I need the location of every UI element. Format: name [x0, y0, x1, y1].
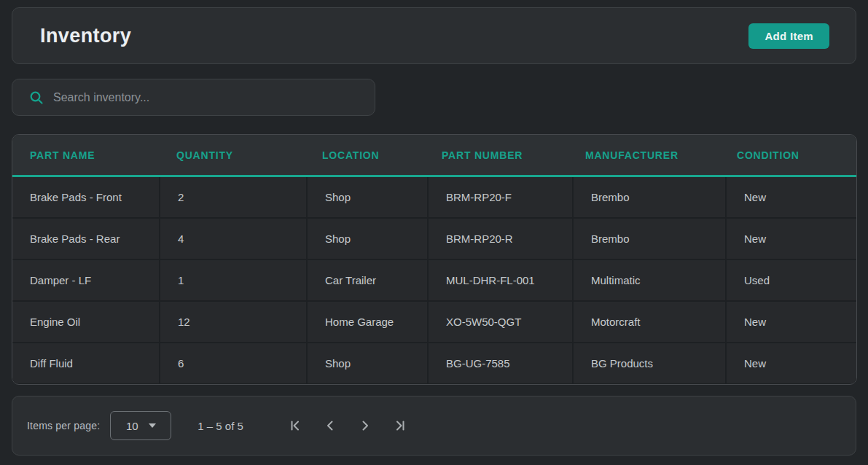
search-bar: [12, 79, 375, 116]
table-cell: Brembo: [574, 177, 725, 217]
table-header-row: PART NAME QUANTITY LOCATION PART NUMBER …: [12, 135, 856, 177]
pagination-bar: Items per page: 10 1 – 5 of 5: [12, 396, 856, 456]
table-cell: New: [727, 343, 856, 383]
table-cell: New: [727, 177, 856, 217]
column-header-condition: CONDITION: [719, 135, 856, 175]
table-cell: 2: [160, 177, 306, 217]
table-cell: XO-5W50-QGT: [429, 302, 572, 342]
chevron-down-icon: [149, 423, 156, 428]
table-cell: 4: [160, 219, 306, 259]
table-cell: Used: [727, 260, 856, 300]
column-header-location: LOCATION: [305, 135, 424, 175]
chevron-left-icon: [323, 418, 337, 433]
table-cell: Shop: [308, 219, 427, 259]
table-cell: BG-UG-7585: [429, 343, 572, 383]
header-card: Inventory Add Item: [12, 7, 856, 64]
table-cell: Home Garage: [308, 302, 427, 342]
table-cell: Engine Oil: [12, 302, 159, 342]
search-input[interactable]: [53, 91, 375, 104]
search-icon: [28, 90, 44, 106]
page-range-label: 1 – 5 of 5: [198, 420, 262, 432]
column-header-quantity: QUANTITY: [159, 135, 305, 175]
table-cell: BRM-RP20-F: [429, 177, 572, 217]
table-cell: Brembo: [574, 219, 725, 259]
add-item-button[interactable]: Add Item: [748, 23, 829, 49]
chevron-right-icon: [358, 418, 372, 433]
previous-page-button[interactable]: [313, 411, 348, 440]
table-cell: 12: [160, 302, 306, 342]
inventory-table: PART NAME QUANTITY LOCATION PART NUMBER …: [12, 134, 857, 385]
table-cell: Shop: [308, 177, 427, 217]
table-cell: 1: [160, 260, 306, 300]
column-header-manufacturer: MANUFACTURER: [568, 135, 719, 175]
table-cell: Damper - LF: [12, 260, 159, 300]
table-cell: Shop: [308, 343, 427, 383]
table-cell: Motorcraft: [574, 302, 725, 342]
table-body: Brake Pads - Front 2 Shop BRM-RP20-F Bre…: [12, 177, 856, 383]
table-cell: Brake Pads - Rear: [12, 219, 159, 259]
table-cell: MUL-DHR-FL-001: [429, 260, 572, 300]
items-per-page-select[interactable]: 10: [110, 411, 171, 440]
table-cell: 6: [160, 343, 306, 383]
table-cell: Diff Fluid: [12, 343, 159, 383]
column-header-part-name: PART NAME: [12, 135, 159, 175]
table-cell: BRM-RP20-R: [429, 219, 572, 259]
table-cell: New: [727, 302, 856, 342]
inventory-page: Inventory Add Item PART NAME QUANTITY LO…: [0, 0, 868, 465]
table-cell: New: [727, 219, 856, 259]
table-cell: Brake Pads - Front: [12, 177, 159, 217]
items-per-page-value: 10: [126, 420, 138, 432]
first-page-button[interactable]: [278, 411, 313, 440]
last-page-icon: [393, 418, 407, 433]
next-page-button[interactable]: [348, 411, 383, 440]
first-page-icon: [288, 418, 302, 433]
items-per-page-label: Items per page:: [27, 420, 100, 431]
last-page-button[interactable]: [383, 411, 418, 440]
pager-controls: [278, 411, 418, 440]
column-header-part-number: PART NUMBER: [424, 135, 568, 175]
table-cell: BG Products: [574, 343, 725, 383]
table-cell: Multimatic: [574, 260, 725, 300]
table-cell: Car Trailer: [308, 260, 427, 300]
page-title: Inventory: [40, 25, 131, 47]
